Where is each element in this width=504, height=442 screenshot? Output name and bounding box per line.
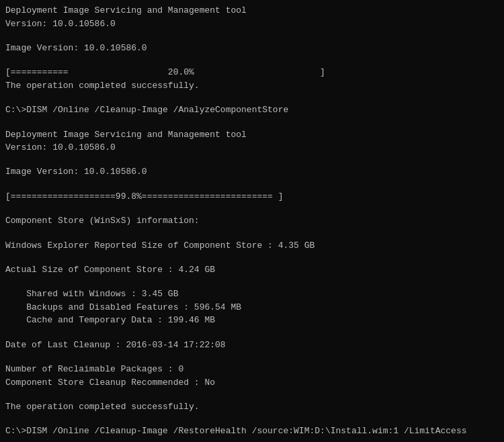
terminal-window: Deployment Image Servicing and Managemen…: [0, 0, 504, 442]
terminal-line: Component Store (WinSxS) information:: [5, 214, 499, 228]
terminal-line: [5, 228, 499, 239]
terminal-line: Version: 10.0.10586.0: [5, 17, 499, 31]
terminal-line: Windows Explorer Reported Size of Compon…: [5, 239, 499, 253]
terminal-line: [5, 54, 499, 66]
terminal-line: [5, 252, 499, 263]
terminal-line: [5, 351, 499, 363]
terminal-line: [=========== 20.0% ]: [5, 66, 499, 79]
terminal-line: C:\>DISM /Online /Cleanup-Image /Analyze…: [5, 103, 499, 117]
terminal-line: The operation completed successfully.: [5, 400, 499, 414]
terminal-line: [5, 203, 499, 214]
terminal-line: [5, 30, 499, 42]
terminal-line: Cache and Temporary Data : 199.46 MB: [5, 314, 499, 327]
terminal-line: Date of Last Cleanup : 2016-03-14 17:22:…: [5, 339, 499, 352]
terminal-line: Image Version: 10.0.10586.0: [5, 42, 499, 55]
terminal-line: [5, 438, 499, 442]
terminal-line: [5, 327, 499, 339]
terminal-line: [====================99.8%==============…: [5, 190, 499, 204]
terminal-line: Component Store Cleanup Recommended : No: [5, 376, 499, 390]
terminal-line: [5, 389, 499, 400]
terminal-line: Backups and Disabled Features : 596.54 M…: [5, 301, 499, 314]
terminal-line: [5, 277, 499, 288]
terminal-line: [5, 414, 499, 425]
terminal-line: [5, 117, 499, 128]
terminal-line: Deployment Image Servicing and Managemen…: [5, 128, 499, 142]
terminal-line: Version: 10.0.10586.0: [5, 141, 499, 154]
terminal-line: Image Version: 10.0.10586.0: [5, 165, 499, 179]
terminal-line: [5, 154, 499, 166]
terminal-line: Deployment Image Servicing and Managemen…: [5, 4, 499, 17]
terminal-line: C:\>DISM /Online /Cleanup-Image /Restore…: [5, 425, 499, 438]
terminal-line: [5, 179, 499, 190]
terminal-line: The operation completed successfully.: [5, 79, 499, 93]
terminal-line: Shared with Windows : 3.45 GB: [5, 288, 499, 301]
terminal-line: Number of Reclaimable Packages : 0: [5, 363, 499, 376]
terminal-line: Actual Size of Component Store : 4.24 GB: [5, 263, 499, 277]
terminal-line: [5, 92, 499, 103]
